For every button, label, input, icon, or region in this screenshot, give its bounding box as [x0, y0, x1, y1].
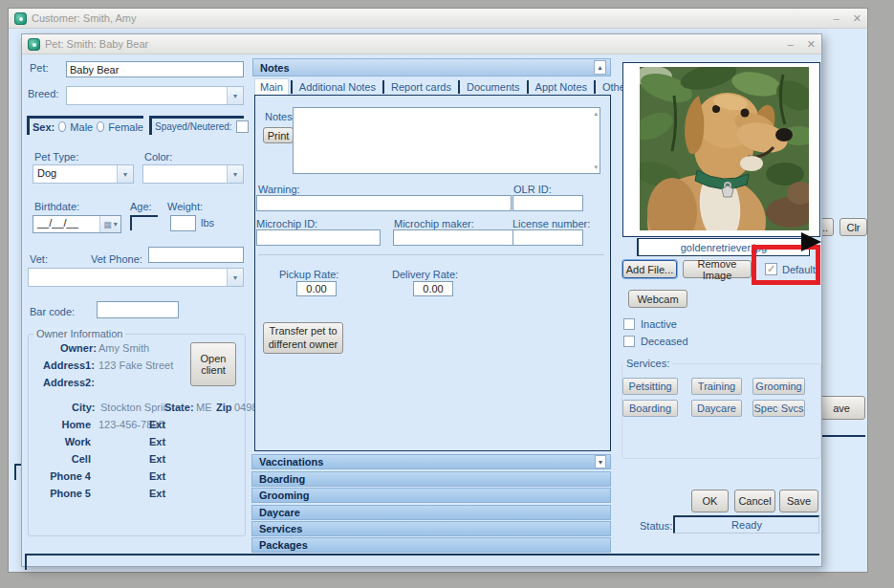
dialog-bottom-tick [25, 554, 27, 570]
male-radio[interactable] [58, 121, 66, 132]
pet-type-label: Pet Type: [34, 151, 78, 163]
address2-label: Address2: [43, 377, 95, 388]
female-label: Female [108, 121, 143, 133]
birthdate-input[interactable]: __/__/__ ▦ ▾ [33, 215, 121, 233]
vet-phone-input[interactable] [148, 247, 244, 263]
close-icon[interactable]: ✕ [807, 38, 816, 51]
inactive-checkbox[interactable] [623, 318, 635, 330]
accordion-grooming[interactable]: Grooming [251, 488, 611, 503]
service-boarding-button[interactable]: Boarding [622, 400, 678, 417]
delivery-rate-input[interactable] [413, 281, 453, 296]
scroll-down-icon[interactable]: ▾ [594, 163, 598, 171]
minimize-icon[interactable]: – [788, 38, 794, 51]
notes-textarea[interactable]: ▴ ▾ [293, 107, 600, 174]
pet-type-select[interactable]: Dog▾ [33, 164, 134, 184]
customer-box-corner-v [14, 464, 16, 480]
service-grooming-button[interactable]: Grooming [752, 378, 805, 395]
deceased-checkbox[interactable] [623, 336, 635, 347]
vet-select[interactable]: ▾ [28, 268, 244, 287]
annotation-arrow [801, 232, 821, 251]
phone-row-ext: Ext [149, 470, 165, 482]
customer-clr-button[interactable]: Clr [839, 218, 867, 236]
webcam-button[interactable]: Webcam [628, 290, 687, 308]
license-number-input[interactable] [512, 229, 583, 246]
address1-value: 123 Fake Street [98, 359, 173, 371]
chevron-down-icon[interactable]: ▾ [227, 269, 243, 286]
status-label: Status: [640, 520, 672, 532]
spayed-checkbox[interactable] [236, 120, 249, 133]
accordion-daycare[interactable]: Daycare [251, 505, 611, 520]
zip-label: Zip [216, 402, 232, 413]
tab-appt-notes[interactable]: Appt Notes [531, 79, 592, 95]
service-training-button[interactable]: Training [691, 378, 742, 395]
save-button[interactable]: Save [779, 490, 818, 512]
microchip-maker-input[interactable] [393, 229, 517, 246]
pet-titlebar[interactable]: Pet: Smith: Baby Bear – ✕ [22, 34, 821, 54]
collapse-icon[interactable]: ▴ [594, 60, 606, 75]
service-daycare-button[interactable]: Daycare [691, 400, 742, 417]
birthdate-label: Birthdate: [34, 201, 79, 212]
pet-photo-frame [622, 62, 820, 237]
microchip-id-label: Microchip ID: [256, 218, 317, 229]
pet-photo [640, 67, 809, 230]
pet-name-input[interactable] [66, 61, 244, 77]
transfer-pet-button[interactable]: Transfer pet to different owner [263, 322, 343, 354]
chevron-down-icon[interactable]: ▾ [117, 165, 133, 183]
microchip-id-input[interactable] [256, 229, 381, 246]
age-label: Age: [130, 201, 152, 212]
tab-documents[interactable]: Documents [462, 79, 525, 95]
tab-main[interactable]: Main [254, 78, 289, 95]
male-label: Male [70, 121, 93, 133]
customer-save-button-partial[interactable]: ave [818, 396, 865, 420]
expand-icon[interactable]: ▾ [595, 455, 606, 468]
pet-window-title: Pet: Smith: Baby Bear [45, 38, 148, 50]
deceased-label: Deceased [641, 336, 688, 347]
weight-unit-label: lbs [201, 217, 214, 229]
tab-additional-notes[interactable]: Additional Notes [294, 79, 381, 95]
close-icon[interactable]: ✕ [853, 12, 861, 25]
phone-row-label: Work [22, 436, 91, 447]
phone-row-label: Cell [22, 453, 91, 465]
calendar-icon[interactable]: ▦ [103, 220, 112, 229]
service-spec-svcs-button[interactable]: Spec Svcs [752, 400, 805, 417]
accordion-packages[interactable]: Packages [251, 537, 611, 553]
vet-label: Vet: [30, 253, 48, 265]
olr-id-input[interactable] [512, 195, 583, 211]
divider [258, 254, 604, 255]
phone-row-ext: Ext [149, 453, 165, 465]
barcode-input[interactable] [97, 301, 179, 318]
notes-panel-header[interactable]: Notes ▴ [252, 58, 611, 76]
barcode-label: Bar code: [30, 306, 75, 317]
tab-report-cards[interactable]: Report cards [386, 79, 456, 95]
service-petsitting-button[interactable]: Petsitting [622, 378, 678, 395]
minimize-icon[interactable]: – [834, 12, 839, 25]
accordion-boarding[interactable]: Boarding [251, 471, 611, 487]
breed-select[interactable]: ▾ [66, 86, 244, 105]
address1-label: Address1: [43, 359, 95, 371]
add-file-button[interactable]: Add File... [622, 260, 677, 278]
ok-button[interactable]: OK [691, 490, 729, 512]
delivery-rate-label: Delivery Rate: [392, 269, 458, 280]
scroll-up-icon[interactable]: ▴ [594, 110, 598, 118]
notes-label: Notes: [265, 111, 295, 122]
sex-label: Sex: [33, 121, 55, 133]
print-button[interactable]: Print [263, 127, 294, 143]
warning-input[interactable] [256, 195, 512, 211]
open-client-button[interactable]: Open client [190, 342, 236, 386]
customer-window-title: Customer: Smith, Amy [32, 12, 136, 24]
accordion-vaccinations[interactable]: Vaccinations ▾ [251, 454, 611, 469]
remove-image-button[interactable]: Remove Image [683, 260, 752, 278]
female-radio[interactable] [97, 121, 104, 132]
chevron-down-icon[interactable]: ▾ [114, 220, 118, 229]
customer-titlebar[interactable]: Customer: Smith, Amy – ✕ [9, 9, 867, 29]
weight-input[interactable] [170, 215, 196, 231]
accordion-services[interactable]: Services [251, 521, 611, 536]
spayed-group: Spayed/Neutered: [149, 116, 244, 135]
pickup-rate-input[interactable] [296, 281, 337, 296]
chevron-down-icon[interactable]: ▾ [227, 165, 243, 183]
color-select[interactable]: ▾ [142, 164, 244, 184]
olr-id-label: OLR ID: [513, 184, 552, 195]
cancel-button[interactable]: Cancel [734, 490, 775, 512]
age-input[interactable] [130, 215, 158, 230]
chevron-down-icon[interactable]: ▾ [227, 87, 243, 104]
